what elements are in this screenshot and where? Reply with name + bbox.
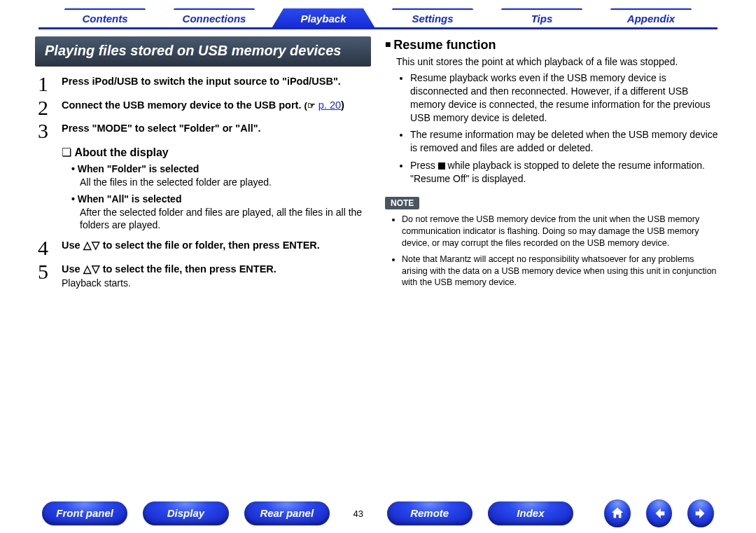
tab-connections[interactable]: Connections bbox=[162, 8, 267, 29]
stop-icon bbox=[438, 162, 445, 169]
tab-settings[interactable]: Settings bbox=[380, 8, 485, 29]
right-column: Resume function This unit stores the poi… bbox=[385, 36, 721, 298]
tab-underline bbox=[38, 27, 718, 29]
note-label: NOTE bbox=[385, 197, 419, 209]
note-2: Note that Marantz will accept no respons… bbox=[402, 254, 721, 289]
resume-heading: Resume function bbox=[385, 38, 721, 53]
prev-page-button[interactable] bbox=[646, 499, 673, 527]
page-number: 43 bbox=[345, 508, 372, 519]
resume-intro: This unit stores the point at which play… bbox=[396, 55, 721, 69]
top-tab-bar: Contents Connections Playback Settings T… bbox=[0, 0, 756, 29]
arrow-right-icon bbox=[693, 506, 708, 521]
about-display-heading: About the display bbox=[62, 146, 371, 159]
nav-display[interactable]: Display bbox=[143, 501, 228, 525]
step-1: Press iPod/USB to switch the input sourc… bbox=[35, 75, 371, 89]
step-5: Use △▽ to select the file, then press EN… bbox=[35, 263, 371, 289]
tab-contents[interactable]: Contents bbox=[52, 8, 158, 29]
section-title: Playing files stored on USB memory devic… bbox=[35, 36, 371, 67]
arrow-left-icon bbox=[652, 506, 667, 521]
bottom-nav: Front panel Display Rear panel 43 Remote… bbox=[0, 499, 756, 527]
display-folder-body: All the files in the selected folder are… bbox=[80, 176, 371, 189]
step-2: Connect the USB memory device to the USB… bbox=[35, 99, 371, 113]
step-4: Use △▽ to select the file or folder, the… bbox=[35, 239, 371, 253]
nav-rear-panel[interactable]: Rear panel bbox=[244, 501, 330, 525]
nav-index[interactable]: Index bbox=[488, 501, 573, 525]
display-all-body: After the selected folder and files are … bbox=[80, 206, 371, 233]
home-button[interactable] bbox=[604, 499, 631, 527]
home-icon bbox=[610, 506, 625, 521]
page-ref-20-link[interactable]: p. 20 bbox=[318, 99, 341, 111]
note-1: Do not remove the USB memory device from… bbox=[402, 214, 721, 249]
tab-playback[interactable]: Playback bbox=[271, 8, 376, 29]
resume-bullet-3: Press while playback is stopped to delet… bbox=[410, 159, 721, 186]
tab-tips[interactable]: Tips bbox=[489, 8, 594, 29]
resume-bullet-1: Resume playback works even if the USB me… bbox=[410, 71, 721, 125]
display-all-title: When "All" is selected bbox=[71, 193, 371, 205]
nav-front-panel[interactable]: Front panel bbox=[42, 501, 127, 525]
left-column: Playing files stored on USB memory devic… bbox=[35, 36, 371, 298]
next-page-button[interactable] bbox=[687, 499, 714, 527]
step-3: Press "MODE" to select "Folder" or "All"… bbox=[35, 122, 371, 136]
tab-appendix[interactable]: Appendix bbox=[598, 8, 704, 29]
resume-bullet-2: The resume information may be deleted wh… bbox=[410, 128, 721, 155]
nav-remote[interactable]: Remote bbox=[387, 501, 472, 525]
display-folder-title: When "Folder" is selected bbox=[71, 163, 371, 174]
